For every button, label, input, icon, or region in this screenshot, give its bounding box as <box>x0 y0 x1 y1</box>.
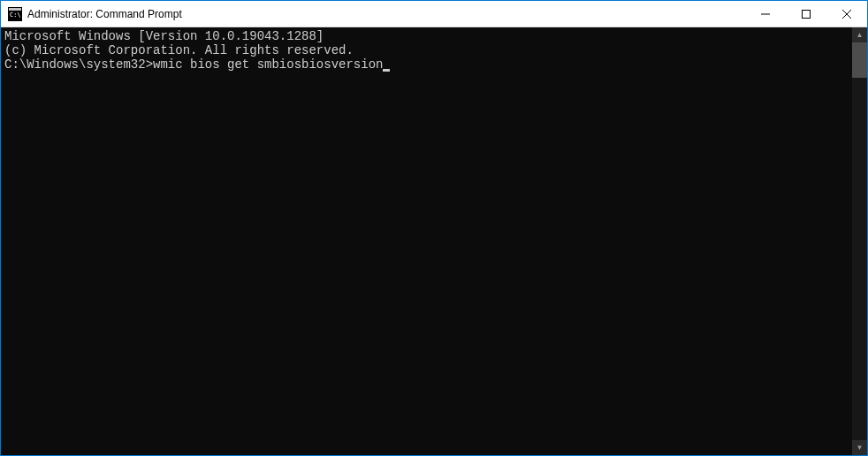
terminal-area: Microsoft Windows [Version 10.0.19043.12… <box>1 27 867 455</box>
scroll-down-arrow[interactable]: ▼ <box>852 440 867 455</box>
prompt: C:\Windows\system32> <box>4 57 153 72</box>
close-button[interactable] <box>826 1 867 27</box>
scrollbar-track[interactable] <box>852 42 867 440</box>
cmd-icon: C:\ <box>8 7 22 21</box>
command-input: wmic bios get smbiosbiosversion <box>153 57 383 72</box>
window-controls <box>745 1 867 27</box>
minimize-button[interactable] <box>745 1 786 27</box>
terminal-line: (c) Microsoft Corporation. All rights re… <box>4 43 849 57</box>
maximize-button[interactable] <box>786 1 826 27</box>
scrollbar-thumb[interactable] <box>852 42 867 78</box>
terminal-output[interactable]: Microsoft Windows [Version 10.0.19043.12… <box>1 27 852 455</box>
svg-rect-1 <box>9 8 21 11</box>
titlebar[interactable]: C:\ Administrator: Command Prompt <box>1 1 867 27</box>
vertical-scrollbar[interactable]: ▲ ▼ <box>852 27 867 455</box>
svg-text:C:\: C:\ <box>10 11 21 19</box>
window-title: Administrator: Command Prompt <box>27 8 182 20</box>
cursor <box>383 69 390 72</box>
command-prompt-window: C:\ Administrator: Command Prompt Micros… <box>0 0 868 456</box>
terminal-line: Microsoft Windows [Version 10.0.19043.12… <box>4 29 849 43</box>
scroll-up-arrow[interactable]: ▲ <box>852 27 867 42</box>
svg-rect-4 <box>803 10 811 18</box>
